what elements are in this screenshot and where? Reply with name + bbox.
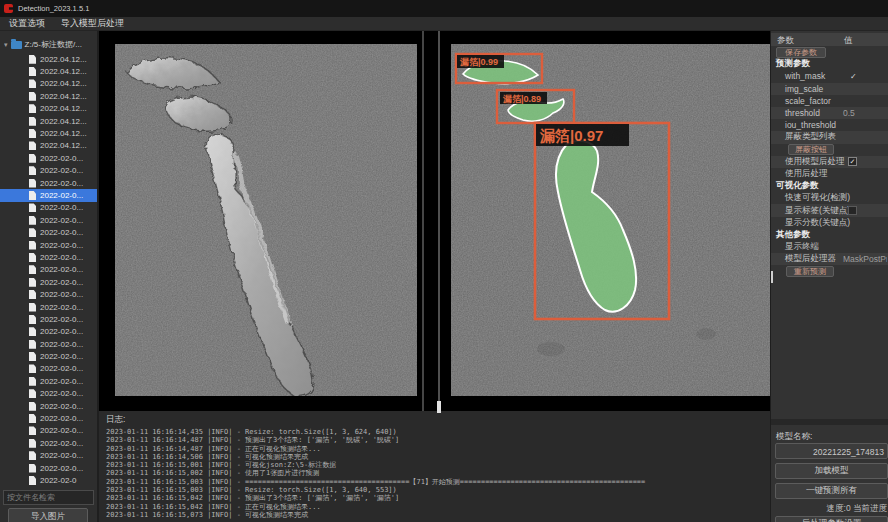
file-icon (29, 191, 36, 200)
model-name-field[interactable]: 20221225_174813 (775, 443, 888, 459)
tree-item-label: 2022-02-0... (40, 154, 83, 163)
tree-item[interactable]: 2022.04.12... (0, 90, 97, 102)
tree-item[interactable]: 2022-02-0... (0, 375, 97, 387)
tree-item[interactable]: 2022-02-0... (0, 313, 97, 325)
tree-item[interactable]: 2022-02-0... (0, 214, 97, 226)
load-model-button[interactable]: 加载模型 (775, 463, 888, 479)
checkbox[interactable]: ✓ (848, 157, 857, 166)
panel-divider[interactable] (438, 31, 440, 411)
param-row[interactable]: 快速可视化(检测) (771, 192, 888, 204)
folder-icon (11, 41, 22, 49)
log-line: 2023-01-11 16:16:14,487 |INFO| - 预测出了3个结… (106, 436, 770, 444)
tree-item[interactable]: 2022-02-0... (0, 177, 97, 189)
file-icon (29, 241, 36, 250)
center-area: 漏箔|0.99 漏箔|0.89 漏箔|0.97 日志: 2023-01-11 1… (97, 31, 770, 522)
tree-item[interactable]: 2022-02-0... (0, 450, 97, 462)
tree-item-label: 2022-02-0... (40, 377, 83, 386)
tree-item-label: 2022.04.12... (40, 141, 87, 150)
param-row[interactable]: 使用后处理 (771, 168, 888, 180)
tree-item[interactable]: 2022-02-0... (0, 288, 97, 300)
log-line: 2023-01-11 16:16:14,435 |INFO| - Resize:… (106, 428, 770, 436)
tree-item[interactable]: 2022-02-0... (0, 400, 97, 412)
param-label: img_scale (771, 84, 823, 94)
param-label: 显示终端 (771, 241, 819, 253)
log-line: 2023-01-11 16:16:14,506 |INFO| - 可视化预测结果… (106, 453, 770, 461)
file-icon (29, 203, 36, 212)
log-line: 2023-01-11 16:16:15,003 |INFO| - =======… (106, 478, 770, 486)
tree-item-label: 2022-02-0... (40, 402, 83, 411)
param-label: threshold (771, 108, 820, 118)
menu-item-import-postprocess[interactable]: 导入模型后处理 (61, 17, 124, 30)
checkbox[interactable] (848, 206, 857, 215)
splitter-handle[interactable] (771, 271, 773, 283)
tree-item[interactable]: 2022.04.12... (0, 115, 97, 127)
tree-item[interactable]: 2022-02-0... (0, 202, 97, 214)
param-row[interactable]: with_mask✓ (771, 70, 888, 82)
file-icon (29, 179, 36, 188)
log-line: 2023-01-11 16:16:15,001 |INFO| - 可视化json… (106, 461, 770, 469)
tree-item[interactable]: 2022-02-0 (0, 474, 97, 486)
file-icon (29, 55, 36, 64)
tree-item[interactable]: 2022-02-0... (0, 276, 97, 288)
tree-root-folder[interactable]: ▾ Z:/5-标注数据/... (4, 39, 97, 50)
param-row[interactable]: 模型后处理器MaskPostPro (771, 253, 888, 265)
tree-item-label: 2022-02-0... (40, 327, 83, 336)
file-icon (29, 451, 36, 460)
param-row[interactable]: img_scale (771, 83, 888, 95)
param-row[interactable]: 显示分数(关键点) (771, 217, 888, 229)
speed-progress-text: 速度:0 当前进度 (771, 503, 887, 515)
tree-item[interactable]: 2022-02-0... (0, 239, 97, 251)
param-row[interactable]: 使用模型后处理✓ (771, 156, 888, 168)
tree-item[interactable]: 2022-02-0... (0, 264, 97, 276)
file-icon (29, 340, 36, 349)
file-icon (29, 166, 36, 175)
param-row[interactable]: scale_factor (771, 95, 888, 107)
param-button[interactable]: 屏蔽按钮 (788, 144, 834, 155)
postprocess-settings-button[interactable]: 后处理参数设置 (775, 516, 888, 522)
tree-item[interactable]: 2022-02-0... (0, 363, 97, 375)
prediction-image[interactable]: 漏箔|0.99 漏箔|0.89 漏箔|0.97 (451, 44, 770, 396)
tree-item[interactable]: 2022-02-0... (0, 301, 97, 313)
original-image[interactable] (115, 44, 417, 396)
param-row[interactable]: 显示标签(关键点) (771, 204, 888, 216)
tree-item[interactable]: 2022-02-0... (0, 388, 97, 400)
log-lines: 2023-01-11 16:16:14,435 |INFO| - Resize:… (106, 428, 770, 519)
tree-item-label: 2022-02-0... (40, 352, 83, 361)
tree-item[interactable]: 2022-02-0... (0, 165, 97, 177)
tree-item[interactable]: 2022.04.12... (0, 53, 97, 65)
tree-expand-arrow-icon[interactable]: ▾ (4, 41, 8, 49)
tree-item[interactable]: 2022-02-0... (0, 152, 97, 164)
param-button[interactable]: 保存参数 (776, 47, 826, 58)
param-button[interactable]: 重新预测 (786, 266, 834, 277)
window-title: Detection_2023.1.5.1 (18, 4, 89, 13)
param-row[interactable]: 屏蔽类型列表 (771, 131, 888, 143)
tree-item[interactable]: 2022.04.12... (0, 127, 97, 139)
import-images-button[interactable]: 导入图片 (8, 508, 88, 522)
predict-all-button[interactable]: 一键预测所有 (775, 483, 888, 499)
tree-item[interactable]: 2022-02-0... (0, 338, 97, 350)
tree-item[interactable]: 2022-02-0... (0, 226, 97, 238)
tree-item[interactable]: 2022.04.12... (0, 65, 97, 77)
param-row[interactable]: iou_threshold (771, 119, 888, 131)
tree-item[interactable]: 2022-02-0... (0, 462, 97, 474)
log-panel: 日志: 2023-01-11 16:16:14,435 |INFO| - Res… (99, 411, 770, 522)
file-icon (29, 364, 36, 373)
horizontal-separator (771, 419, 888, 425)
param-row[interactable]: threshold0.5 (771, 107, 888, 119)
tree-item[interactable]: 2022-02-0... (0, 425, 97, 437)
scrollbar-thumb[interactable] (437, 401, 441, 413)
search-input[interactable] (3, 490, 94, 505)
tree-item[interactable]: 2022-02-0... (0, 437, 97, 449)
tree-item[interactable]: 2022-02-0... (0, 251, 97, 263)
tree-item[interactable]: 2022-02-0... (0, 350, 97, 362)
tree-item[interactable]: 2022-02-0... (0, 189, 97, 201)
tree-item-label: 2022-02-0... (40, 228, 83, 237)
tree-item[interactable]: 2022.04.12... (0, 140, 97, 152)
param-row[interactable]: 显示终端 (771, 241, 888, 253)
tree-item[interactable]: 2022.04.12... (0, 103, 97, 115)
tree-item[interactable]: 2022-02-0... (0, 326, 97, 338)
menu-item-settings[interactable]: 设置选项 (9, 17, 45, 30)
tree-item-label: 2022-02-0... (40, 265, 83, 274)
tree-item[interactable]: 2022-02-0... (0, 412, 97, 424)
tree-item[interactable]: 2022.04.12... (0, 78, 97, 90)
